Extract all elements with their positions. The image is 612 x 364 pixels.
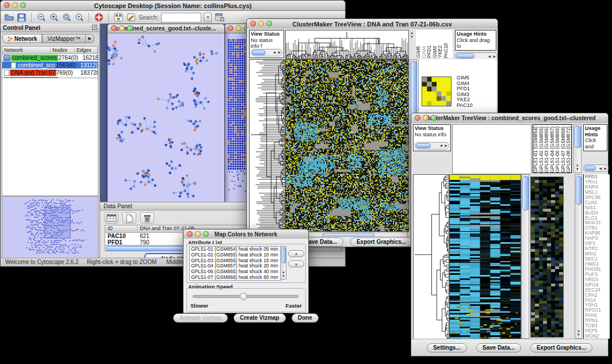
dialog-title-bar[interactable]: Map Colors to Network xyxy=(183,229,308,239)
network-list-row[interactable]: combined_scores 2764(0) 16218(0) xyxy=(2,54,98,62)
close-icon[interactable] xyxy=(415,115,420,121)
attribute-list-scrollbar[interactable]: ▲▼ xyxy=(280,246,286,279)
minimize-icon[interactable] xyxy=(119,25,125,31)
action-button[interactable]: Settings... xyxy=(427,343,467,352)
network-edges-count: 13112(15) xyxy=(80,62,98,68)
action-button[interactable]: Animate Vizmap xyxy=(173,313,228,323)
desktop: Cytoscape Desktop (Session Name: collins… xyxy=(0,0,612,364)
network-list-row[interactable]: DNA and Tran 07 769(0) 183728(0) xyxy=(2,69,98,76)
treeview1-column-labels: GIM5 GIM4 PFD1 GIM3 YKE2 PAC10 xyxy=(416,30,453,58)
network-list-row[interactable]: combined_sco 2569(6) 13112(15) xyxy=(2,62,98,69)
row-dendrogram-canvas[interactable] xyxy=(249,59,285,232)
heatmap-row-label[interactable]: MON2 xyxy=(585,334,610,339)
close-icon[interactable] xyxy=(187,231,193,237)
vizmap-icon[interactable] xyxy=(113,13,123,22)
network-table-header[interactable]: Network Nodes Edges xyxy=(2,47,98,54)
animation-speed-slider-thumb[interactable] xyxy=(240,293,247,300)
heatmap-canvas[interactable] xyxy=(285,59,409,232)
tab-network[interactable]: Network xyxy=(2,34,42,43)
attribute-list-item[interactable]: GPL51-07 (GSM868) heat shock 60 min xyxy=(190,275,281,281)
close-icon[interactable] xyxy=(228,25,234,31)
usage-hints-scrollbar[interactable]: ◀▶ xyxy=(583,164,609,172)
zoom-fit-icon[interactable] xyxy=(74,13,84,22)
zoom-out-icon[interactable] xyxy=(36,13,46,22)
selected-cluster-heatmap-canvas[interactable] xyxy=(422,76,452,106)
zoom-window-icon[interactable] xyxy=(127,25,133,31)
toolbar-separator xyxy=(31,13,32,22)
close-icon[interactable] xyxy=(111,25,117,31)
action-button[interactable]: Create Vizmap xyxy=(234,313,286,323)
action-button[interactable]: Export Graphics... xyxy=(530,343,592,352)
network-view-canvas[interactable] xyxy=(108,33,224,202)
float-panel-icon[interactable] xyxy=(92,25,97,31)
minimize-icon[interactable] xyxy=(12,2,18,8)
slower-label: Slower xyxy=(190,302,208,309)
network-name: combined_sco xyxy=(17,62,56,68)
treeview2-title: ClusterMaker TreeView : combined_scores_… xyxy=(423,115,595,121)
zoom-window-icon[interactable] xyxy=(203,231,209,237)
heatmap-column-label[interactable]: PAC10 xyxy=(443,43,449,58)
zoom-heatmap-canvas[interactable] xyxy=(530,177,564,338)
window-controls xyxy=(4,2,26,8)
attribute-row-id: PAC10 xyxy=(105,233,137,239)
action-button[interactable]: Export Graphics... xyxy=(350,237,412,247)
help-icon[interactable] xyxy=(94,13,104,22)
network-window-title-bar[interactable]: combined_scores_good.txt--cluste... xyxy=(108,24,224,33)
tab-overflow-arrow-icon[interactable]: ▶ xyxy=(86,34,94,43)
move-down-button[interactable]: ∨ xyxy=(288,260,304,267)
treeview1-title-bar[interactable]: ClusterMaker TreeView : DNA and Tran 07-… xyxy=(247,19,498,29)
treeview2-row-labels: PFD1 YRA1 RNR4 MSL1 SPC98 CLN1 NIS1 BUD4… xyxy=(583,174,610,339)
action-button[interactable]: Done xyxy=(292,313,319,323)
minimize-icon[interactable] xyxy=(236,25,242,31)
network-edges-count: 16218(0) xyxy=(82,55,98,61)
close-icon[interactable] xyxy=(250,21,256,26)
new-attribute-icon[interactable] xyxy=(123,212,136,224)
close-icon[interactable] xyxy=(4,2,10,8)
treeview2-title-bar[interactable]: ClusterMaker TreeView : combined_scores_… xyxy=(411,113,608,124)
search-label: Search: xyxy=(139,14,158,21)
network-overview-canvas[interactable] xyxy=(2,197,97,256)
view-status-scrollbar[interactable]: ◀▶ xyxy=(415,142,449,150)
zoom-window-icon[interactable] xyxy=(431,115,437,121)
column-dendrogram-canvas[interactable] xyxy=(285,30,409,59)
treeview-combined-window[interactable]: ClusterMaker TreeView : combined_scores_… xyxy=(411,113,609,357)
heatmap-vertical-scrollbar[interactable] xyxy=(521,174,529,339)
attribute-list: GPL51-01 (GSM854) heat shock 05 min GPL5… xyxy=(189,246,281,281)
treeview2-column-labels: GPL51-01 (GSM854) GPL51-02 (GSM855) GPL5… xyxy=(533,124,572,173)
import-table-icon[interactable] xyxy=(215,13,224,22)
search-dropdown-icon[interactable]: ▼ xyxy=(204,13,212,22)
heatmap-row-label[interactable]: PAC10 xyxy=(457,103,495,109)
save-icon[interactable] xyxy=(17,13,26,22)
row-dendrogram-canvas[interactable] xyxy=(413,174,449,340)
zoom-selected-icon[interactable] xyxy=(62,13,71,22)
column-labels-scrollbar[interactable]: ▲▼ xyxy=(573,124,582,173)
network-overview-panel xyxy=(2,196,98,258)
main-window-title: Cytoscape Desktop (Session Name: collins… xyxy=(94,2,252,9)
zoom-window-icon[interactable] xyxy=(266,21,272,26)
search-input[interactable] xyxy=(161,13,201,22)
map-colors-dialog[interactable]: Map Colors to Network Attribute List GPL… xyxy=(183,229,309,313)
zoom-window-icon[interactable] xyxy=(20,2,26,8)
minimize-icon[interactable] xyxy=(258,21,264,26)
heatmap-canvas[interactable] xyxy=(449,174,521,340)
column-dendrogram-area[interactable] xyxy=(452,124,531,174)
zoom-in-icon[interactable] xyxy=(49,13,59,22)
open-file-icon[interactable] xyxy=(4,13,14,22)
view-status-scrollbar[interactable]: ◀▶ xyxy=(251,49,282,56)
network-view-window[interactable]: combined_scores_good.txt--cluste... xyxy=(107,24,225,202)
zoom-heatmap-scrollbar[interactable]: ▲▼ xyxy=(575,174,582,339)
attribute-select-icon[interactable] xyxy=(105,212,118,224)
move-up-button[interactable]: ∧ xyxy=(288,250,304,257)
minimize-icon[interactable] xyxy=(423,115,429,121)
tab-vizmapper[interactable]: VizMapper™ xyxy=(42,34,86,43)
delete-attribute-icon[interactable] xyxy=(140,212,154,224)
view-status-box: View Status No status info ◀▶ xyxy=(413,124,451,151)
action-button[interactable]: Save Data... xyxy=(476,343,521,352)
dendrogram-pager-icons[interactable]: ▲▼ xyxy=(410,31,414,39)
network-tree-empty-area[interactable] xyxy=(2,78,98,196)
main-title-bar[interactable]: Cytoscape Desktop (Session Name: collins… xyxy=(1,1,345,11)
heatmap-column-label[interactable]: GPL51-08 (GSM872) xyxy=(566,127,572,173)
annotation-icon[interactable] xyxy=(126,13,136,22)
animation-group-box: Slower Faster xyxy=(186,288,306,312)
minimize-icon[interactable] xyxy=(195,231,201,237)
